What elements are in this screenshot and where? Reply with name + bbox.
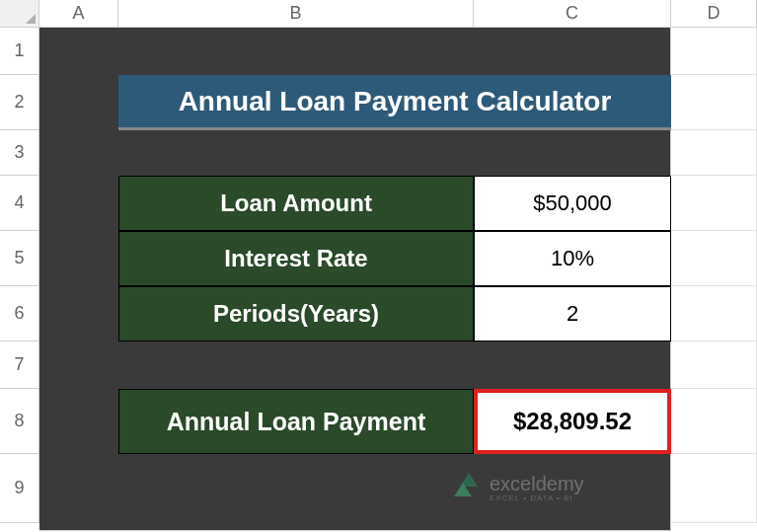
- column-d-cells: [671, 28, 757, 531]
- row-header-3[interactable]: 3: [0, 130, 39, 176]
- column-header-row: A B C D: [0, 0, 757, 28]
- periods-value[interactable]: 2: [474, 286, 671, 342]
- row-header-7[interactable]: 7: [0, 342, 39, 389]
- column-header-c[interactable]: C: [474, 0, 671, 28]
- loan-amount-label[interactable]: Loan Amount: [118, 176, 474, 231]
- row-header-5[interactable]: 5: [0, 231, 39, 286]
- interest-rate-label[interactable]: Interest Rate: [118, 231, 474, 286]
- row-header-2[interactable]: 2: [0, 75, 39, 130]
- row-header-4[interactable]: 4: [0, 176, 39, 231]
- select-all-corner[interactable]: [0, 0, 39, 28]
- title-cell[interactable]: Annual Loan Payment Calculator: [118, 75, 671, 130]
- watermark-logo-icon: [454, 473, 484, 502]
- periods-label[interactable]: Periods(Years): [118, 286, 474, 342]
- watermark-tagline: EXCEL • DATA • BI: [490, 494, 584, 502]
- grid-area[interactable]: Annual Loan Payment Calculator Loan Amou…: [39, 28, 757, 523]
- watermark-brand: exceldemy: [490, 474, 584, 494]
- spreadsheet: A B C D 1 2 3 4 5 6 7 8 9 Annual Loan Pa…: [0, 0, 757, 532]
- interest-rate-value[interactable]: 10%: [474, 231, 671, 286]
- row-header-9[interactable]: 9: [0, 454, 39, 523]
- watermark: exceldemy EXCEL • DATA • BI: [454, 467, 642, 508]
- result-label[interactable]: Annual Loan Payment: [118, 389, 474, 454]
- row-header-column: 1 2 3 4 5 6 7 8 9: [0, 28, 39, 523]
- column-header-a[interactable]: A: [39, 0, 118, 28]
- result-value[interactable]: $28,809.52: [474, 389, 671, 454]
- column-header-d[interactable]: D: [671, 0, 757, 28]
- row-header-8[interactable]: 8: [0, 389, 39, 454]
- column-header-b[interactable]: B: [118, 0, 474, 28]
- loan-amount-value[interactable]: $50,000: [474, 176, 671, 231]
- row-header-1[interactable]: 1: [0, 28, 39, 75]
- row-header-6[interactable]: 6: [0, 286, 39, 342]
